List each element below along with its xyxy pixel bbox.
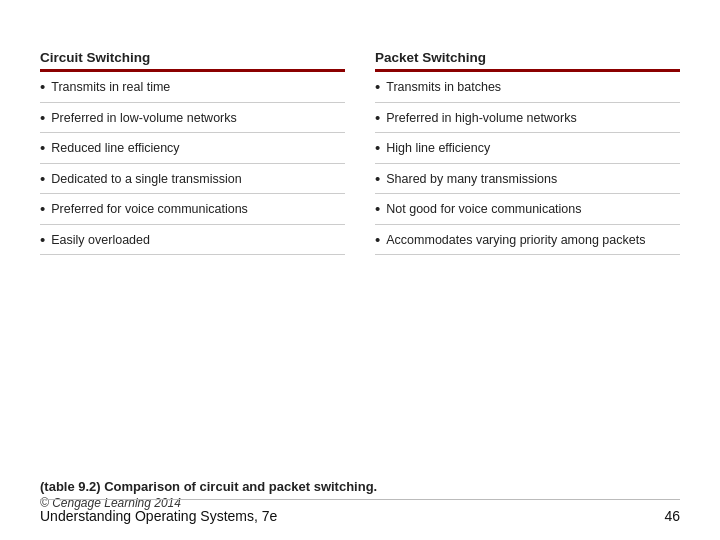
bullet-icon: • bbox=[40, 232, 45, 249]
slide-container: Circuit Switching • Transmits in real ti… bbox=[0, 0, 720, 540]
item-text: Accommodates varying priority among pack… bbox=[386, 232, 645, 248]
bullet-icon: • bbox=[40, 171, 45, 188]
item-text: Preferred for voice communications bbox=[51, 201, 248, 217]
list-item: • Accommodates varying priority among pa… bbox=[375, 225, 680, 256]
slide-footer: Understanding Operating Systems, 7e 46 bbox=[40, 499, 680, 524]
item-text: Shared by many transmissions bbox=[386, 171, 557, 187]
item-text: High line efficiency bbox=[386, 140, 490, 156]
caption-table-ref-title: (table 9.2) Comparison of circuit and pa… bbox=[40, 479, 680, 494]
table-ref: (table 9.2) bbox=[40, 479, 101, 494]
bullet-icon: • bbox=[375, 79, 380, 96]
list-item: • High line efficiency bbox=[375, 133, 680, 164]
item-text: Reduced line efficiency bbox=[51, 140, 179, 156]
item-text: Transmits in batches bbox=[386, 79, 501, 95]
circuit-switching-column: Circuit Switching • Transmits in real ti… bbox=[40, 50, 365, 461]
circuit-switching-header: Circuit Switching bbox=[40, 50, 345, 72]
list-item: • Reduced line efficiency bbox=[40, 133, 345, 164]
list-item: • Easily overloaded bbox=[40, 225, 345, 256]
bullet-icon: • bbox=[40, 140, 45, 157]
caption-title: Comparison of circuit and packet switchi… bbox=[104, 479, 377, 494]
item-text: Preferred in low-volume networks bbox=[51, 110, 237, 126]
bullet-icon: • bbox=[40, 201, 45, 218]
bullet-icon: • bbox=[375, 110, 380, 127]
item-text: Preferred in high-volume networks bbox=[386, 110, 576, 126]
item-text: Transmits in real time bbox=[51, 79, 170, 95]
packet-switching-column: Packet Switching • Transmits in batches … bbox=[365, 50, 680, 461]
list-item: • Preferred in low-volume networks bbox=[40, 103, 345, 134]
bullet-icon: • bbox=[40, 79, 45, 96]
item-text: Dedicated to a single transmission bbox=[51, 171, 241, 187]
footer-page-number: 46 bbox=[664, 508, 680, 524]
packet-switching-header: Packet Switching bbox=[375, 50, 680, 72]
bullet-icon: • bbox=[375, 201, 380, 218]
list-item: • Shared by many transmissions bbox=[375, 164, 680, 195]
bullet-icon: • bbox=[375, 171, 380, 188]
list-item: • Dedicated to a single transmission bbox=[40, 164, 345, 195]
bullet-icon: • bbox=[40, 110, 45, 127]
list-item: • Transmits in batches bbox=[375, 72, 680, 103]
footer-title: Understanding Operating Systems, 7e bbox=[40, 508, 277, 524]
list-item: • Preferred for voice communications bbox=[40, 194, 345, 225]
list-item: • Transmits in real time bbox=[40, 72, 345, 103]
list-item: • Not good for voice communications bbox=[375, 194, 680, 225]
item-text: Not good for voice communications bbox=[386, 201, 581, 217]
item-text: Easily overloaded bbox=[51, 232, 150, 248]
bullet-icon: • bbox=[375, 232, 380, 249]
list-item: • Preferred in high-volume networks bbox=[375, 103, 680, 134]
bullet-icon: • bbox=[375, 140, 380, 157]
comparison-table: Circuit Switching • Transmits in real ti… bbox=[40, 50, 680, 461]
